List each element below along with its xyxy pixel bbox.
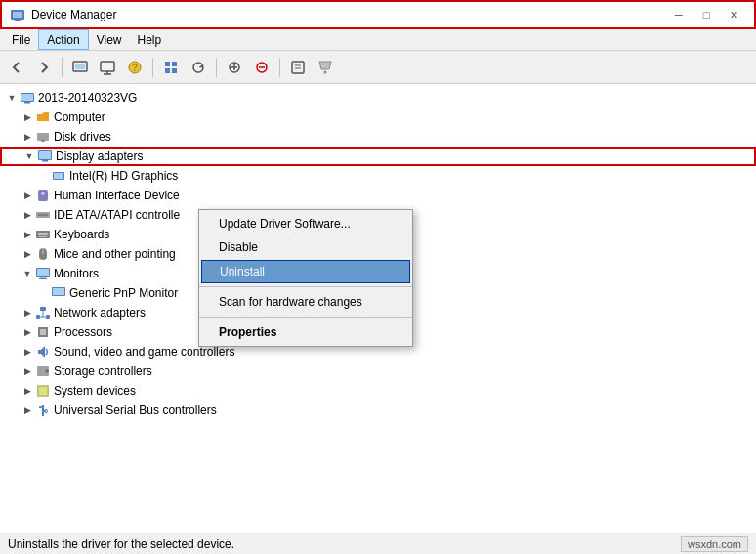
toolbar-properties[interactable] — [285, 55, 311, 80]
toolbar-btn4[interactable] — [222, 55, 247, 80]
tree-item-system[interactable]: ▶ System devices — [0, 381, 756, 401]
expand-mice: ▶ — [20, 246, 35, 262]
tree-label-network: Network adapters — [54, 306, 146, 320]
storage-icon — [35, 363, 51, 379]
svg-rect-19 — [292, 62, 304, 73]
toolbar: ? — [0, 51, 756, 84]
tree-item-storage[interactable]: ▶ Storage controllers — [0, 362, 756, 381]
tree-label-ide: IDE ATA/ATAPI controlle — [54, 208, 180, 222]
minimize-button[interactable]: ─ — [666, 5, 692, 24]
computer-icon — [20, 90, 35, 106]
context-menu-uninstall[interactable]: Uninstall — [201, 260, 410, 283]
expand-hid: ▶ — [20, 188, 35, 203]
toolbar-btn3[interactable] — [158, 55, 184, 80]
tree-item-intel[interactable]: Intel(R) HD Graphics — [0, 166, 756, 186]
context-menu-properties[interactable]: Properties — [199, 320, 412, 344]
hid-icon — [35, 188, 51, 203]
toolbar-help[interactable]: ? — [122, 55, 147, 80]
intel-icon — [51, 168, 66, 184]
disk-icon — [35, 129, 51, 145]
tree-item-hid[interactable]: ▶ Human Interface Device — [0, 186, 756, 205]
expand-usb: ▶ — [20, 403, 35, 418]
expand-display: ▼ — [21, 149, 37, 164]
menu-view[interactable]: View — [89, 29, 130, 50]
display-icon — [37, 149, 53, 164]
expand-storage: ▶ — [20, 363, 35, 379]
expand-intel — [35, 168, 51, 184]
title-bar-controls: ─ □ ✕ — [666, 5, 746, 24]
toolbar-sep3 — [216, 58, 217, 77]
toolbar-btn1[interactable] — [67, 55, 93, 80]
expand-disk: ▶ — [20, 129, 35, 145]
status-right: wsxdn.com — [681, 536, 748, 552]
expand-monitors: ▼ — [20, 266, 35, 281]
usb-icon — [35, 403, 51, 418]
svg-rect-24 — [21, 94, 33, 101]
expand-computer: ▶ — [20, 109, 35, 125]
context-menu-sep2 — [199, 317, 412, 318]
expand-sound: ▶ — [20, 344, 35, 360]
svg-rect-10 — [165, 62, 170, 66]
tree-label-system: System devices — [54, 384, 136, 398]
svg-rect-30 — [42, 160, 48, 162]
status-text: Uninstalls the driver for the selected d… — [8, 537, 234, 551]
menu-file[interactable]: File — [4, 29, 38, 50]
toolbar-forward[interactable] — [31, 55, 57, 80]
tree-label-computer: Computer — [54, 110, 105, 124]
context-menu-update[interactable]: Update Driver Software... — [199, 212, 412, 235]
tree-label-storage: Storage controllers — [54, 364, 152, 378]
svg-rect-5 — [101, 62, 114, 71]
tree-item-display[interactable]: ▼ Display adapters — [0, 147, 756, 166]
tree-item-computer[interactable]: ▶ Computer — [0, 107, 756, 127]
svg-rect-11 — [172, 62, 177, 66]
toolbar-sep1 — [62, 58, 63, 77]
svg-rect-32 — [54, 173, 63, 179]
title-bar-title: Device Manager — [31, 8, 116, 21]
processor-icon — [35, 324, 51, 340]
mouse-icon — [35, 246, 51, 262]
expand-generic — [35, 285, 51, 301]
svg-rect-12 — [165, 68, 170, 73]
toolbar-btn2[interactable] — [95, 55, 120, 80]
tree-item-root[interactable]: ▼ 2013-20140323VG — [0, 88, 756, 107]
tree-label-usb: Universal Serial Bus controllers — [54, 404, 217, 417]
svg-rect-25 — [24, 102, 30, 104]
expand-keyboards: ▶ — [20, 227, 35, 242]
system-icon — [35, 383, 51, 399]
status-bar: Uninstalls the driver for the selected d… — [0, 533, 756, 554]
tree-item-usb[interactable]: ▶ Universal Serial Bus controllers — [0, 401, 756, 420]
toolbar-btn5[interactable] — [249, 55, 274, 80]
context-menu-sep — [199, 286, 412, 287]
menu-bar: File Action View Help — [0, 29, 756, 51]
svg-rect-39 — [38, 234, 48, 235]
svg-rect-4 — [75, 64, 85, 69]
tree-label-keyboards: Keyboards — [54, 228, 109, 241]
toolbar-refresh[interactable] — [186, 55, 211, 80]
svg-rect-40 — [39, 236, 47, 237]
context-menu: Update Driver Software... Disable Uninst… — [198, 209, 413, 347]
maximize-button[interactable]: □ — [693, 5, 719, 24]
expand-network: ▶ — [20, 305, 35, 320]
menu-help[interactable]: Help — [130, 29, 170, 50]
menu-action[interactable]: Action — [38, 29, 88, 50]
context-menu-disable[interactable]: Disable — [199, 235, 412, 259]
close-button[interactable]: ✕ — [721, 5, 746, 24]
monitor-icon — [35, 266, 51, 281]
toolbar-back[interactable] — [4, 55, 29, 80]
tree-item-disk[interactable]: ▶ Disk drives — [0, 127, 756, 147]
toolbar-sep4 — [279, 58, 280, 77]
tree-label-display: Display adapters — [56, 149, 143, 163]
svg-point-27 — [41, 140, 45, 142]
svg-rect-2 — [15, 19, 21, 21]
svg-point-34 — [41, 192, 45, 195]
toolbar-help2[interactable] — [313, 55, 338, 80]
tree-label-processors: Processors — [54, 325, 112, 339]
folder-icon — [35, 109, 51, 125]
title-bar-left: Device Manager — [10, 7, 116, 22]
svg-rect-29 — [39, 151, 51, 159]
sound-icon — [35, 344, 51, 360]
svg-rect-43 — [37, 269, 49, 276]
expand-processors: ▶ — [20, 324, 35, 340]
svg-rect-36 — [38, 214, 48, 216]
context-menu-scan[interactable]: Scan for hardware changes — [199, 290, 412, 314]
